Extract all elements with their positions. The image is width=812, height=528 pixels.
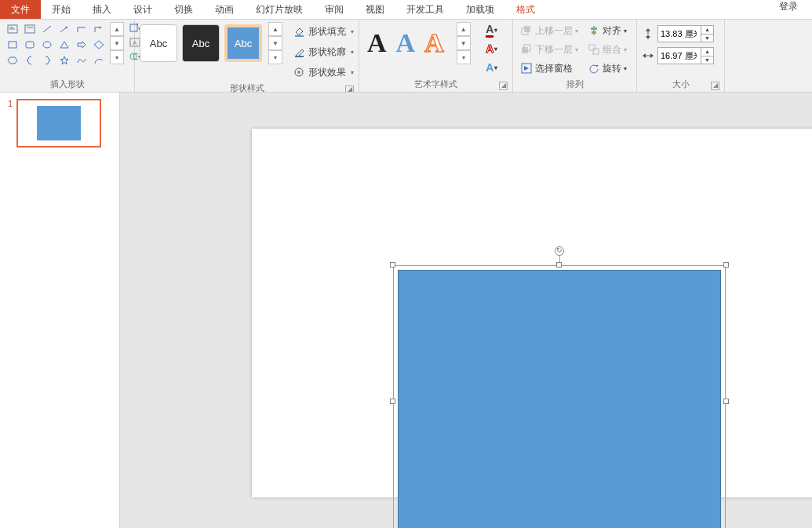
tab-review[interactable]: 审阅 — [314, 0, 355, 19]
rectangle-shape[interactable] — [398, 270, 721, 528]
rotate-button[interactable]: 旋转▾ — [585, 60, 629, 77]
outline-pen-icon — [293, 46, 305, 58]
wordart-gallery-down[interactable]: ▼ — [457, 36, 471, 50]
tab-slideshow[interactable]: 幻灯片放映 — [245, 0, 314, 19]
tab-animation[interactable]: 动画 — [204, 0, 245, 19]
svg-rect-29 — [522, 47, 528, 53]
tab-developer[interactable]: 开发工具 — [395, 0, 455, 19]
shape-arc-icon[interactable] — [91, 53, 107, 67]
tab-design[interactable]: 设计 — [122, 0, 163, 19]
svg-marker-32 — [524, 66, 529, 71]
shape-fill-button[interactable]: 形状填充▾ — [290, 22, 356, 41]
shape-gallery[interactable] — [5, 22, 107, 67]
slide-thumbnail-1[interactable]: 1 — [8, 99, 111, 147]
tab-transition[interactable]: 切换 — [163, 0, 204, 19]
group-title-styles: 形状样式 — [230, 83, 264, 93]
style-preset-1[interactable]: Abc — [140, 24, 177, 62]
text-outline-button[interactable]: A▾ — [483, 41, 501, 56]
shape-rect-icon[interactable] — [5, 38, 20, 52]
tab-insert[interactable]: 插入 — [82, 0, 122, 19]
selection-pane-button[interactable]: 选择窗格 — [518, 60, 581, 77]
shape-star-icon[interactable] — [56, 53, 72, 67]
group-objects-button[interactable]: 组合▾ — [585, 41, 629, 58]
shape-roundrect-icon[interactable] — [22, 38, 38, 52]
style-preset-3[interactable]: Abc — [224, 24, 262, 62]
shape-lbrace-icon[interactable] — [22, 53, 38, 67]
thumbnail-pane[interactable]: 1 — [0, 93, 120, 528]
tab-addin[interactable]: 加载项 — [455, 0, 505, 19]
handle-middle-left[interactable] — [390, 399, 395, 404]
tab-file[interactable]: 文件 — [0, 0, 41, 19]
shape-elbow-arrow-icon[interactable] — [91, 22, 107, 36]
tab-start[interactable]: 开始 — [41, 0, 82, 19]
login-link[interactable]: 登录 — [768, 0, 809, 13]
svg-rect-3 — [25, 25, 35, 33]
thumb-preview[interactable] — [16, 99, 101, 147]
text-effects-button[interactable]: A▾ — [483, 60, 501, 75]
width-up[interactable]: ▲ — [701, 48, 713, 56]
height-up[interactable]: ▲ — [701, 26, 713, 35]
style-gallery-up[interactable]: ▲ — [268, 22, 282, 36]
send-backward-button[interactable]: 下移一层▾ — [518, 41, 581, 58]
shape-arrow-line-icon[interactable] — [56, 22, 72, 36]
handle-middle-right[interactable] — [723, 399, 729, 404]
style-gallery-down[interactable]: ▼ — [268, 36, 282, 50]
shape-elbow-icon[interactable] — [74, 22, 89, 36]
rotate-label: 旋转 — [603, 62, 621, 75]
send-backward-label: 下移一层 — [535, 43, 573, 56]
style-gallery-more[interactable]: ▾ — [268, 50, 282, 64]
wordart-preset-2[interactable]: A — [396, 24, 416, 62]
tab-format[interactable]: 格式 — [505, 0, 546, 19]
handle-top-left[interactable] — [390, 262, 395, 268]
gallery-up-button[interactable]: ▲ — [110, 22, 124, 36]
height-input[interactable]: ▲▼ — [657, 25, 714, 42]
text-fill-button[interactable]: A▾ — [483, 22, 501, 38]
height-down[interactable]: ▼ — [701, 35, 713, 42]
bring-forward-button[interactable]: 上移一层▾ — [518, 22, 581, 39]
shape-effects-button[interactable]: 形状效果▾ — [290, 63, 356, 82]
align-button[interactable]: 对齐▾ — [585, 22, 629, 39]
shape-arrow-right-icon[interactable] — [74, 38, 89, 52]
svg-rect-23 — [295, 35, 304, 37]
shape-freeform-icon[interactable] — [74, 53, 89, 67]
handle-top-center[interactable] — [556, 262, 562, 268]
canvas-area[interactable] — [120, 93, 812, 528]
gallery-more-button[interactable]: ▾ — [110, 50, 124, 64]
shape-rbrace-icon[interactable] — [39, 53, 55, 67]
group-arrange: 上移一层▾ 下移一层▾ 选择窗格 对齐▾ 组合▾ 旋转▾ 排列 — [513, 20, 637, 92]
svg-marker-41 — [646, 36, 650, 39]
rotate-handle[interactable] — [555, 246, 564, 256]
shape-line-icon[interactable] — [39, 22, 55, 36]
svg-marker-40 — [646, 28, 650, 31]
wordart-preset-3[interactable]: A — [424, 24, 444, 62]
wordart-launcher[interactable]: ◢ — [499, 82, 508, 90]
wordart-gallery-more[interactable]: ▾ — [457, 50, 471, 64]
group-title-arrange: 排列 — [518, 78, 632, 91]
width-input[interactable]: ▲▼ — [657, 47, 714, 64]
tab-view[interactable]: 视图 — [355, 0, 395, 19]
shape-oval-icon[interactable] — [39, 38, 55, 52]
shape-outline-label: 形状轮廓 — [308, 46, 346, 59]
effects-icon — [293, 66, 305, 78]
wordart-gallery-up[interactable]: ▲ — [457, 22, 471, 36]
shape-textbox-icon[interactable] — [5, 22, 20, 36]
svg-rect-9 — [9, 42, 16, 48]
shape-diamond-icon[interactable] — [91, 38, 107, 52]
group-insert-shapes: ▲ ▼ ▾ ▾ A ▾ 插入形状 — [0, 20, 135, 92]
style-preset-2[interactable]: Abc — [182, 24, 220, 62]
height-field[interactable] — [658, 26, 699, 42]
group-label: 组合 — [603, 43, 621, 56]
selected-shape-container[interactable] — [393, 265, 726, 528]
shape-textbox2-icon[interactable] — [22, 22, 38, 36]
gallery-down-button[interactable]: ▼ — [110, 36, 124, 50]
svg-marker-16 — [60, 56, 68, 64]
shape-outline-button[interactable]: 形状轮廓▾ — [290, 42, 356, 61]
handle-top-right[interactable] — [723, 262, 729, 268]
group-size: ▲▼ ▲▼ 大小◢ — [637, 20, 725, 92]
wordart-preset-1[interactable]: A — [367, 24, 387, 62]
width-down[interactable]: ▼ — [701, 56, 713, 64]
shape-triangle-icon[interactable] — [56, 38, 72, 52]
size-launcher[interactable]: ◢ — [711, 82, 719, 90]
width-field[interactable] — [658, 48, 699, 64]
shape-hex-icon[interactable] — [5, 53, 20, 67]
